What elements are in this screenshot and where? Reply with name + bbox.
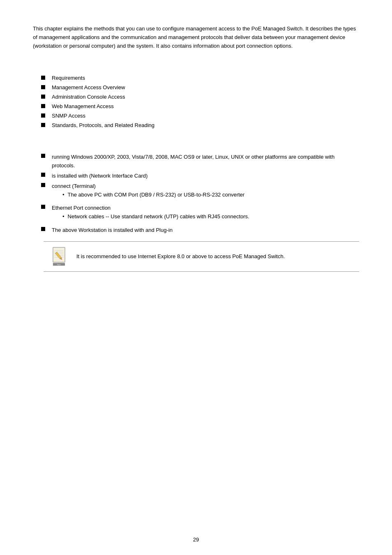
req-item: The above Workstation is installed with … <box>41 226 359 235</box>
req-item-main: running Windows 2000/XP, 2003, Vista/7/8… <box>52 153 359 170</box>
req-item: is installed with (Network Interface Car… <box>41 172 359 180</box>
note-text: It is recommended to use Internet Explor… <box>76 252 353 261</box>
req-item-content: connect (Terminal)•The above PC with COM… <box>52 182 359 203</box>
page-number: 29 <box>0 536 392 543</box>
req-sub-item-text: Network cables -- Use standard network (… <box>68 213 249 221</box>
toc-bullet <box>41 113 45 118</box>
req-bullet <box>41 227 45 231</box>
req-list: running Windows 2000/XP, 2003, Vista/7/8… <box>41 153 359 234</box>
req-sub-item: •Network cables -- Use standard network … <box>62 213 359 221</box>
page: This chapter explains the methods that y… <box>0 0 392 555</box>
toc-bullet <box>41 123 45 127</box>
sub-bullet: • <box>62 213 65 221</box>
toc-bullet <box>41 104 45 108</box>
req-item-content: running Windows 2000/XP, 2003, Vista/7/8… <box>52 153 359 170</box>
toc-item-label: Standards, Protocols, and Related Readin… <box>52 122 154 128</box>
toc-item: SNMP Access <box>41 113 359 119</box>
toc-section: RequirementsManagement Access OverviewAd… <box>33 75 359 128</box>
note-box: Note It is recommended to use Internet E… <box>44 241 359 272</box>
req-item-content: Ethernet Port connection•Network cables … <box>52 204 359 224</box>
intro-paragraph: This chapter explains the methods that y… <box>33 25 359 50</box>
toc-item: Web Management Access <box>41 103 359 109</box>
toc-item-label: Web Management Access <box>52 103 114 109</box>
req-item: running Windows 2000/XP, 2003, Vista/7/8… <box>41 153 359 170</box>
req-bullet <box>41 205 45 209</box>
req-item-main: Ethernet Port connection <box>52 204 359 213</box>
req-item-main: The above Workstation is installed with … <box>52 226 359 235</box>
toc-item: Standards, Protocols, and Related Readin… <box>41 122 359 128</box>
toc-item: Management Access Overview <box>41 84 359 90</box>
toc-bullet <box>41 85 45 89</box>
toc-item-label: Administration Console Access <box>52 94 125 100</box>
req-item: connect (Terminal)•The above PC with COM… <box>41 182 359 203</box>
req-sub-item: •The above PC with COM Port (DB9 / RS-23… <box>62 191 359 199</box>
req-bullet <box>41 173 45 177</box>
req-item-content: The above Workstation is installed with … <box>52 226 359 235</box>
req-sub-item-text: The above PC with COM Port (DB9 / RS-232… <box>68 191 245 199</box>
req-item-main: connect (Terminal) <box>52 182 359 191</box>
req-bullet <box>41 154 45 158</box>
req-item: Ethernet Port connection•Network cables … <box>41 204 359 224</box>
toc-item-label: Management Access Overview <box>52 84 125 90</box>
toc-bullet <box>41 95 45 99</box>
sub-bullet: • <box>62 191 65 199</box>
toc-list: RequirementsManagement Access OverviewAd… <box>41 75 359 128</box>
req-sub-list: •Network cables -- Use standard network … <box>62 213 359 223</box>
req-bullet <box>41 183 45 187</box>
req-item-content: is installed with (Network Interface Car… <box>52 172 359 180</box>
toc-item: Requirements <box>41 75 359 81</box>
svg-text:Note: Note <box>57 264 61 266</box>
note-icon: Note <box>50 247 70 266</box>
toc-item: Administration Console Access <box>41 94 359 100</box>
requirements-section: running Windows 2000/XP, 2003, Vista/7/8… <box>33 153 359 271</box>
toc-item-label: SNMP Access <box>52 113 85 119</box>
toc-item-label: Requirements <box>52 75 85 81</box>
req-item-main: is installed with (Network Interface Car… <box>52 172 359 180</box>
req-sub-list: •The above PC with COM Port (DB9 / RS-23… <box>62 191 359 201</box>
toc-bullet <box>41 76 45 80</box>
